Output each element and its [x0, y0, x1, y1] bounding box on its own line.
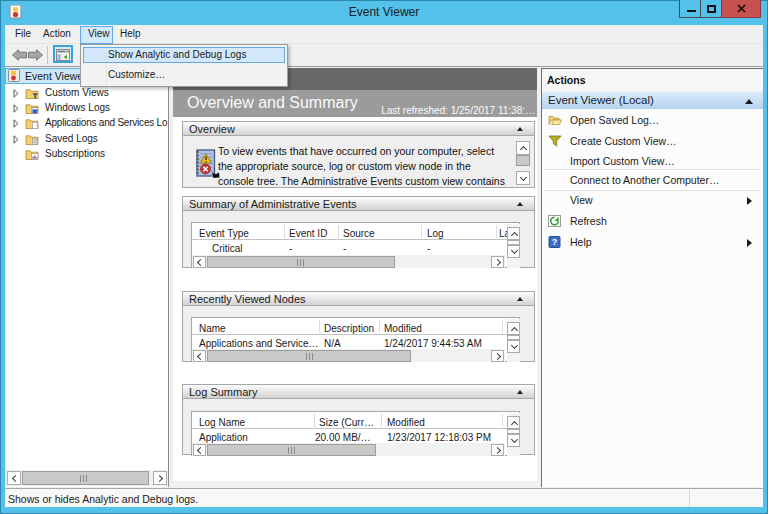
- svg-text:?: ?: [552, 237, 558, 247]
